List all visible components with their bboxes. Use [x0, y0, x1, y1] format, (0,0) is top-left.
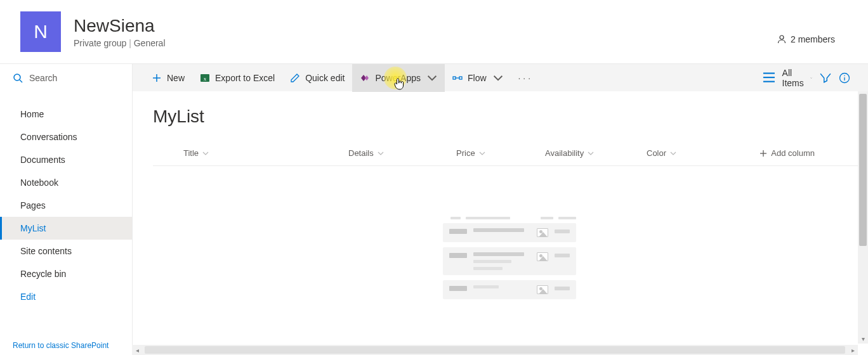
site-header: N NewSiena Private group | General 2 mem…: [0, 0, 868, 63]
members-label: 2 members: [791, 34, 835, 44]
flow-label: Flow: [468, 73, 487, 83]
add-column-label: Add column: [771, 148, 815, 158]
nav-mylist[interactable]: MyList: [0, 217, 132, 240]
filter-button[interactable]: [820, 72, 831, 84]
chevron-down-icon: [810, 75, 812, 81]
column-details[interactable]: Details: [348, 148, 456, 158]
nav-conversations[interactable]: Conversations: [0, 126, 132, 148]
list-title: MyList: [153, 106, 865, 127]
list-view-icon: [760, 69, 777, 86]
column-availability[interactable]: Availability: [545, 148, 647, 158]
command-bar-right: All Items: [760, 68, 863, 88]
svg-point-1: [14, 74, 20, 81]
nav-pages[interactable]: Pages: [0, 194, 132, 217]
skeleton-graphic: [443, 217, 576, 304]
nav-edit[interactable]: Edit: [0, 285, 132, 308]
nav-notebook[interactable]: Notebook: [0, 171, 132, 194]
column-color-label: Color: [647, 148, 666, 158]
scrollbar-thumb[interactable]: [145, 346, 845, 354]
chevron-down-icon: [670, 150, 676, 157]
command-bar: New x Export to Excel Quick edit PowerAp…: [132, 64, 868, 91]
group-classification: General: [134, 38, 166, 48]
quickedit-label: Quick edit: [305, 73, 345, 83]
export-excel-button[interactable]: x Export to Excel: [192, 64, 282, 92]
new-button[interactable]: New: [144, 64, 192, 92]
chevron-down-icon: [427, 73, 437, 83]
svg-text:x: x: [204, 75, 207, 82]
svg-point-0: [780, 36, 784, 39]
site-title-block: NewSiena Private group | General: [74, 15, 777, 48]
column-headers: Title Details Price Availability Color: [153, 141, 865, 166]
info-button[interactable]: [839, 72, 850, 84]
content-area: MyList Title Details Price Availability …: [132, 91, 868, 355]
column-color[interactable]: Color: [647, 148, 735, 158]
export-label: Export to Excel: [215, 73, 275, 83]
column-price[interactable]: Price: [456, 148, 545, 158]
site-subtitle: Private group | General: [74, 38, 777, 48]
site-logo: N: [20, 11, 61, 52]
svg-rect-8: [459, 77, 462, 79]
horizontal-scrollbar[interactable]: ◂ ▸: [132, 345, 858, 355]
column-availability-label: Availability: [545, 148, 584, 158]
main: Home Conversations Documents Notebook Pa…: [0, 91, 868, 355]
nav-home[interactable]: Home: [0, 103, 132, 126]
group-privacy: Private group: [74, 38, 126, 48]
empty-list-placeholder: [153, 166, 865, 355]
powerapps-label: PowerApps: [375, 73, 421, 83]
quick-edit-button[interactable]: Quick edit: [282, 64, 352, 92]
search-box[interactable]: Search: [0, 64, 132, 91]
svg-rect-7: [453, 77, 456, 79]
search-placeholder: Search: [29, 73, 57, 83]
site-title[interactable]: NewSiena: [74, 15, 777, 37]
filter-icon: [820, 72, 831, 84]
column-title[interactable]: Title: [183, 148, 348, 158]
plus-icon: [760, 150, 767, 157]
nav-recycle-bin[interactable]: Recycle bin: [0, 262, 132, 285]
new-label: New: [167, 73, 185, 83]
scroll-left-arrow[interactable]: ◂: [132, 345, 142, 355]
sub-row: Search New x Export to Excel Quick edit …: [0, 63, 868, 91]
scroll-down-arrow[interactable]: ▾: [858, 333, 868, 344]
svg-line-2: [20, 80, 22, 82]
chevron-down-icon: [378, 150, 384, 157]
pencil-icon: [290, 73, 300, 83]
excel-icon: x: [200, 73, 210, 83]
vertical-scrollbar[interactable]: ▾: [858, 91, 868, 344]
person-icon: [777, 34, 787, 44]
powerapps-button[interactable]: PowerApps: [352, 64, 445, 92]
view-label: All Items: [782, 68, 804, 88]
nav-site-contents[interactable]: Site contents: [0, 240, 132, 262]
members-button[interactable]: 2 members: [777, 34, 835, 44]
info-icon: [839, 72, 850, 84]
plus-icon: [152, 73, 162, 83]
nav-documents[interactable]: Documents: [0, 148, 132, 171]
column-price-label: Price: [456, 148, 475, 158]
left-nav: Home Conversations Documents Notebook Pa…: [0, 91, 132, 355]
column-details-label: Details: [348, 148, 374, 158]
chevron-down-icon: [202, 150, 209, 157]
flow-icon: [452, 73, 463, 83]
chevron-down-icon: [493, 73, 503, 83]
view-switcher[interactable]: All Items: [760, 68, 812, 88]
scroll-right-arrow[interactable]: ▸: [848, 345, 858, 355]
powerapps-icon: [360, 73, 370, 83]
subtitle-separator: |: [129, 38, 134, 48]
more-actions-button[interactable]: · · ·: [511, 73, 538, 83]
search-icon: [13, 73, 23, 83]
chevron-down-icon: [588, 150, 594, 157]
add-column-button[interactable]: Add column: [760, 148, 815, 158]
column-title-label: Title: [183, 148, 199, 158]
svg-point-15: [844, 75, 845, 76]
chevron-down-icon: [479, 150, 485, 157]
flow-button[interactable]: Flow: [445, 64, 511, 92]
scrollbar-thumb[interactable]: [859, 94, 867, 246]
return-classic-link[interactable]: Return to classic SharePoint: [0, 341, 132, 355]
